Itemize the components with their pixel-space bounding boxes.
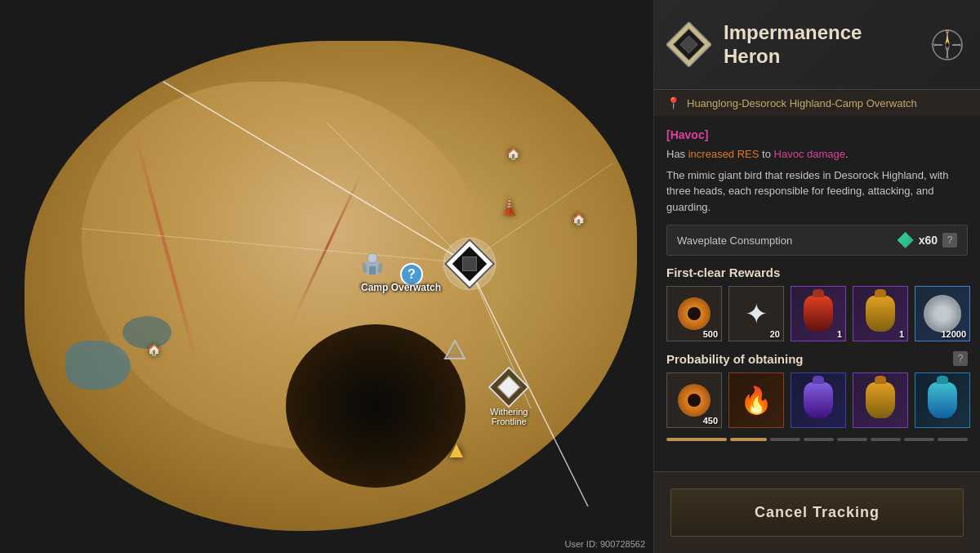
location-text: Huanglong-Desorock Highland-Camp Overwat… [687, 97, 917, 109]
boss-name-line2: Heron [724, 45, 780, 67]
wither-frontline-marker[interactable]: WitheringFrontline [490, 369, 528, 426]
prob-rewards-row: 450 🔥 [666, 372, 968, 428]
waveplate-help-icon[interactable]: ? [942, 233, 957, 248]
reward-item-3: 1 [791, 286, 846, 341]
desc-mid: to [759, 148, 773, 160]
reward-count-1: 500 [703, 329, 718, 339]
svg-text:W: W [931, 42, 936, 47]
prob-box-1: 450 [666, 372, 722, 428]
potion-yellow2-icon [866, 382, 895, 418]
reward-count-3: 1 [837, 329, 842, 339]
desc-line-2: The mimic giant bird that resides in Des… [666, 167, 968, 216]
first-clear-rewards: First-clear Rewards 500 ✦ 20 [666, 265, 968, 341]
prob-bar-1 [666, 438, 727, 441]
reward-item-1: 500 [666, 286, 722, 341]
reward-box-4: 1 [853, 286, 908, 341]
rewards-title: First-clear Rewards [666, 265, 968, 279]
boss-title: Impermanence Heron [724, 21, 862, 69]
reward-item-2: ✦ 20 [728, 286, 784, 341]
reward-box-1: 500 [666, 286, 722, 341]
water-area-1 [65, 341, 131, 390]
wither-label: WitheringFrontline [490, 407, 528, 426]
prob-box-2: 🔥 [728, 372, 784, 428]
desc-highlight-1: increased RES [688, 148, 760, 160]
panel-content: [Havoc] Has increased RES to Havoc damag… [654, 116, 980, 471]
prob-item-2: 🔥 [728, 372, 784, 428]
havoc-tag: [Havoc] [666, 128, 968, 141]
potion-cyan-icon [928, 382, 957, 418]
prob-bar-7 [904, 438, 934, 441]
reward-box-2: ✦ 20 [728, 286, 784, 341]
potion-blue-icon [804, 382, 833, 418]
cancel-tracking-button[interactable]: Cancel Tracking [670, 488, 964, 537]
potion-yellow-icon [866, 296, 895, 332]
waveplate-number: x60 [919, 234, 938, 247]
building-icon-3: 🏠 [147, 343, 161, 356]
svg-rect-7 [369, 266, 376, 274]
waveplate-label: Waveplate Consumption [677, 234, 792, 247]
potion-red-icon [804, 296, 833, 332]
compass-icon: N S W E [931, 29, 964, 61]
svg-marker-22 [945, 45, 950, 55]
prob-count-1: 450 [703, 416, 718, 426]
svg-text:N: N [946, 29, 949, 33]
building-icon-1: 🏠 [506, 147, 520, 160]
prob-bar-2 [730, 438, 766, 441]
building-icon-2: 🏠 [572, 212, 586, 225]
camp-icon [361, 252, 384, 281]
reward-box-5: 12000 [915, 286, 970, 341]
header-left: Impermanence Heron [666, 21, 862, 69]
prob-bars [666, 438, 968, 441]
svg-marker-21 [945, 35, 950, 45]
star-icon: ✦ [740, 297, 773, 330]
desc-line-1: Has increased RES to Havoc damage. [666, 146, 968, 163]
reward-box-3: 1 [791, 286, 846, 341]
prob-bar-8 [938, 438, 968, 441]
reward-count-4: 1 [899, 329, 904, 339]
waveplate-gem-icon [898, 232, 914, 248]
svg-text:S: S [946, 56, 949, 60]
panel-section: Impermanence Heron N S W E 📍 [653, 0, 980, 553]
prob-box-3 [791, 372, 846, 428]
svg-text:E: E [960, 42, 963, 47]
location-bar: 📍 Huanglong-Desorock Highland-Camp Overw… [654, 90, 980, 116]
prob-header: Probability of obtaining ? [666, 351, 968, 366]
reward-count-5: 12000 [941, 329, 966, 339]
prob-bar-5 [837, 438, 867, 441]
prob-gear-icon [678, 384, 710, 417]
rewards-row: 500 ✦ 20 1 [666, 286, 968, 341]
boss-name-line1: Impermanence [724, 21, 862, 43]
probability-section: Probability of obtaining ? 450 🔥 [666, 351, 968, 441]
boss-icon-diamond [666, 22, 711, 67]
crater [286, 324, 466, 488]
prob-box-5 [915, 372, 970, 428]
prob-box-4 [853, 372, 908, 428]
prob-item-3 [791, 372, 846, 428]
prob-help-icon[interactable]: ? [953, 351, 968, 366]
boss-marker[interactable] [447, 241, 492, 287]
prob-item-1: 450 [666, 372, 722, 428]
prob-bar-3 [770, 438, 800, 441]
reward-item-4: 1 [853, 286, 908, 341]
desc-post: . [845, 148, 849, 160]
prob-item-5 [915, 372, 970, 428]
prob-item-4 [853, 372, 908, 428]
waveplate-section: Waveplate Consumption x60 ? [666, 225, 968, 256]
panel-header: Impermanence Heron N S W E [654, 0, 980, 90]
description-section: [Havoc] Has increased RES to Havoc damag… [666, 128, 968, 215]
prob-bar-4 [804, 438, 834, 441]
gear-icon [678, 297, 710, 330]
location-icon: 📍 [666, 96, 680, 109]
reward-item-5: 12000 [915, 286, 970, 341]
camp-overwatch-label: Camp Overwatch [361, 282, 441, 293]
desc-highlight-2: Havoc damage [774, 148, 845, 160]
map-section: ? Camp Overwatch 🗼 [0, 0, 653, 553]
svg-marker-11 [445, 341, 465, 359]
flame-icon: 🔥 [740, 385, 773, 416]
desc-pre: Has [666, 148, 688, 160]
prob-bar-6 [871, 438, 901, 441]
svg-point-8 [368, 253, 377, 263]
prob-title: Probability of obtaining [666, 352, 804, 366]
circle-gray-icon [924, 295, 961, 332]
player-arrow: ▲ [445, 437, 468, 463]
